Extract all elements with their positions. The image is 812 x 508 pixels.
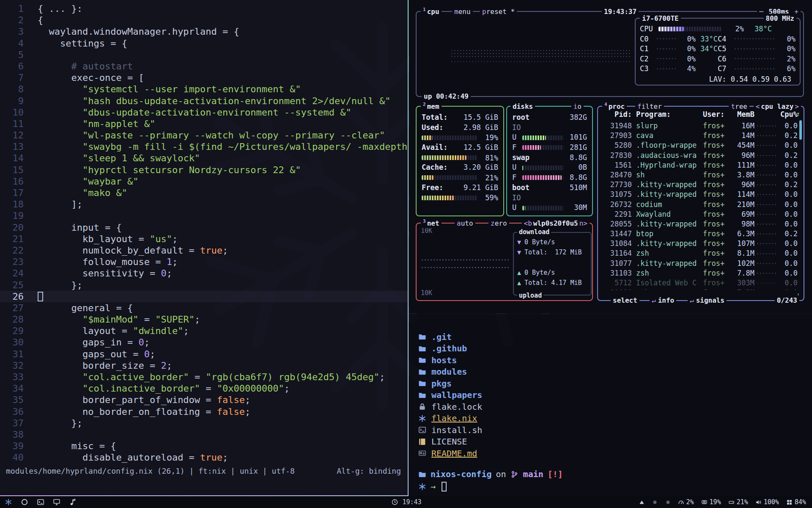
shell-input-line[interactable]: → bbox=[418, 481, 812, 492]
code-line[interactable]: 33 "col.active_border" = "rgb(cba6f7) rg… bbox=[0, 371, 408, 383]
taskbar-module-hard-drive[interactable]: 21% bbox=[729, 498, 748, 506]
device-next-button[interactable]: n> bbox=[579, 218, 587, 228]
code-line[interactable]: 34 "col.inactive_border" = "0x00000000"; bbox=[0, 383, 408, 394]
nix-logo-icon[interactable] bbox=[5, 499, 12, 505]
code-line[interactable]: 11 "nm-applet &" bbox=[0, 118, 408, 130]
proc-scrollbar[interactable] bbox=[799, 120, 802, 140]
process-row[interactable]: 26732codiumfros+210M0.0 bbox=[602, 200, 798, 210]
code-line[interactable]: 13 "swaybg -m fill -i $(find ~/Pictures/… bbox=[0, 141, 408, 152]
code-line[interactable]: 36 no_border_on_floating = false; bbox=[0, 406, 408, 417]
filter-button[interactable]: filter bbox=[635, 102, 664, 111]
process-row[interactable]: 1561.Hyprland-wrapfros+111M0.0 bbox=[602, 160, 798, 170]
menu-button[interactable]: menu bbox=[452, 7, 473, 17]
taskbar-module-memory[interactable]: 19% bbox=[702, 498, 721, 506]
code-line[interactable]: 27 general = { bbox=[0, 302, 408, 314]
code-line[interactable]: 2{ bbox=[0, 14, 408, 26]
process-row[interactable]: 31447btopfros+6.3M0.2 bbox=[602, 229, 798, 239]
disks-panel-tab[interactable]: disks bbox=[510, 102, 535, 111]
process-row[interactable]: 27730.kitty-wrappedfros+96M0.2 bbox=[602, 180, 798, 190]
preset-button[interactable]: preset * bbox=[480, 7, 517, 17]
proc-panel-tab[interactable]: 4 proc bbox=[602, 102, 627, 111]
code-line[interactable]: 3 wayland.windowManager.hyprland = { bbox=[0, 26, 408, 37]
sort-selector[interactable]: < cpu lazy > bbox=[754, 102, 801, 111]
code-line[interactable]: 21 kb_layout = "us"; bbox=[0, 233, 408, 245]
code-line[interactable]: 35 border_part_of_window = false; bbox=[0, 394, 408, 406]
code-line[interactable]: 30 gaps_in = 0; bbox=[0, 337, 408, 348]
mem-panel-tab[interactable]: 2 mem bbox=[421, 102, 442, 111]
code-line[interactable]: 1{ ... }: bbox=[0, 3, 408, 14]
code-line[interactable]: 40 disable_autoreload = true; bbox=[0, 452, 408, 463]
code-line[interactable]: 39 misc = { bbox=[0, 440, 408, 452]
process-row[interactable]: 27903cavafros+14M0.2 bbox=[602, 131, 798, 141]
code-line[interactable]: 26 bbox=[0, 291, 408, 302]
process-row[interactable]: 2291Xwaylandfros+69M0.0 bbox=[602, 210, 798, 219]
code-line[interactable]: 20 input = { bbox=[0, 222, 408, 233]
process-row[interactable]: 31164zshfros+8.1M0.0 bbox=[602, 248, 798, 258]
tray-dot-icon[interactable] bbox=[652, 500, 658, 505]
code-line[interactable]: 12 "wl-paste --primary --watch wl-copy -… bbox=[0, 130, 408, 141]
taskbar-module-speaker[interactable]: 100% bbox=[756, 498, 779, 506]
process-row[interactable]: 5712Isolated Web Cfros+303M0.0 bbox=[602, 278, 798, 288]
tray-dot-icon[interactable] bbox=[665, 500, 671, 505]
tree-button[interactable]: tree bbox=[729, 102, 749, 111]
code-line[interactable]: 25 }; bbox=[0, 279, 408, 291]
process-row[interactable]: 31084.kitty-wrappedfros+107M0.0 bbox=[602, 239, 798, 248]
process-row[interactable]: 5280.floorp-wrappefros+454M0.0 bbox=[602, 141, 798, 150]
editor-window[interactable]: 1{ ... }:2{3 wayland.windowManager.hyprl… bbox=[0, 0, 409, 496]
code-line[interactable]: 15 "hyprctl setcursor Nordzy-cursors 22 … bbox=[0, 164, 408, 176]
io-mode-button[interactable]: io bbox=[571, 102, 584, 111]
code-line[interactable]: 18 ]; bbox=[0, 199, 408, 210]
download-arrow-icon: ▼ bbox=[517, 237, 521, 247]
code-line[interactable]: 38 bbox=[0, 429, 408, 440]
select-button[interactable]: select bbox=[611, 295, 639, 305]
code-line[interactable]: 8 "systemctl --user import-environment &… bbox=[0, 83, 408, 95]
music-note-icon[interactable] bbox=[69, 499, 76, 505]
code-line[interactable]: 23 follow_mouse = 1; bbox=[0, 256, 408, 268]
app-terminal-icon[interactable] bbox=[37, 499, 44, 505]
code-line[interactable]: 4 settings = { bbox=[0, 38, 408, 49]
code-line[interactable]: 31 gaps_out = 0; bbox=[0, 348, 408, 360]
btop-window[interactable]: 1 cpu menu preset * 19:43:37 ─ 500ms + bbox=[409, 0, 812, 313]
net-auto-button[interactable]: auto bbox=[455, 218, 475, 228]
code-line[interactable]: 19 bbox=[0, 210, 408, 221]
tray-expand-icon[interactable] bbox=[639, 500, 645, 505]
process-row[interactable]: 31103zshfros+7.8M0.0 bbox=[602, 268, 798, 278]
process-row[interactable]: 31075.kitty-wrappedfros+114M0.0 bbox=[602, 190, 798, 199]
taskbar-clock[interactable]: 19:43 bbox=[390, 498, 421, 506]
code-line[interactable]: 22 numlock_by_default = true; bbox=[0, 245, 408, 256]
process-row[interactable]: 28470shfros+3.8M0.0 bbox=[602, 170, 798, 180]
cpu-panel-tab[interactable]: 1 cpu bbox=[421, 7, 442, 17]
info-button[interactable]: ↵ info bbox=[650, 295, 676, 305]
app-ring-icon[interactable] bbox=[21, 499, 28, 505]
code-line[interactable]: 16 "waybar &" bbox=[0, 176, 408, 187]
code-line[interactable]: 32 border_size = 2; bbox=[0, 360, 408, 371]
terminal-window[interactable]: .git.githubhostsmodulespkgswallpapersfla… bbox=[409, 314, 812, 496]
process-row[interactable]: 28055.kitty-wrappedfros+98M0.0 bbox=[602, 219, 798, 229]
code-line[interactable]: 17 "mako &" bbox=[0, 187, 408, 199]
sort-next-icon[interactable]: > bbox=[795, 102, 799, 111]
taskbar-module-grid[interactable]: 84% bbox=[787, 498, 806, 506]
net-zero-button[interactable]: zero bbox=[488, 218, 509, 228]
code-line[interactable]: 29 layout = "dwindle"; bbox=[0, 325, 408, 337]
net-device-selector[interactable]: <b wlp0s20f0u5 n> bbox=[522, 218, 590, 228]
code-line[interactable]: 24 sensitivity = 0; bbox=[0, 268, 408, 279]
device-prev-button[interactable]: <b bbox=[524, 218, 532, 228]
line-text: disable_autoreload = true; bbox=[38, 452, 228, 463]
process-row[interactable]: 31086zshfros+7.3M0.0 bbox=[602, 288, 798, 290]
process-row[interactable]: 27830.audacious-wrafros+96M0.2 bbox=[602, 151, 798, 160]
taskbar-module-gauge[interactable]: 2% bbox=[678, 498, 694, 506]
code-line[interactable]: 10 "dbus-update-activation-environment -… bbox=[0, 107, 408, 118]
code-line[interactable]: 37 }; bbox=[0, 417, 408, 429]
code-line[interactable]: 14 "sleep 1 && swaylock" bbox=[0, 152, 408, 164]
code-line[interactable]: 7 exec-once = [ bbox=[0, 72, 408, 83]
process-row[interactable]: 31948slurpfros+16M0.0 bbox=[602, 121, 798, 131]
process-row[interactable]: 31077.kitty-wrappedfros+102M0.0 bbox=[602, 259, 798, 268]
net-panel-tab[interactable]: 3 net bbox=[421, 218, 442, 228]
app-monitor-icon[interactable] bbox=[53, 499, 60, 505]
sort-prev-icon[interactable]: < bbox=[756, 102, 760, 111]
code-line[interactable]: 9 "hash dbus-update-activation-environme… bbox=[0, 95, 408, 107]
signals-button[interactable]: ↵ signals bbox=[688, 295, 727, 305]
code-line[interactable]: 28 "$mainMod" = "SUPER"; bbox=[0, 314, 408, 325]
code-line[interactable]: 6 # autostart bbox=[0, 61, 408, 72]
code-line[interactable]: 5 bbox=[0, 49, 408, 61]
